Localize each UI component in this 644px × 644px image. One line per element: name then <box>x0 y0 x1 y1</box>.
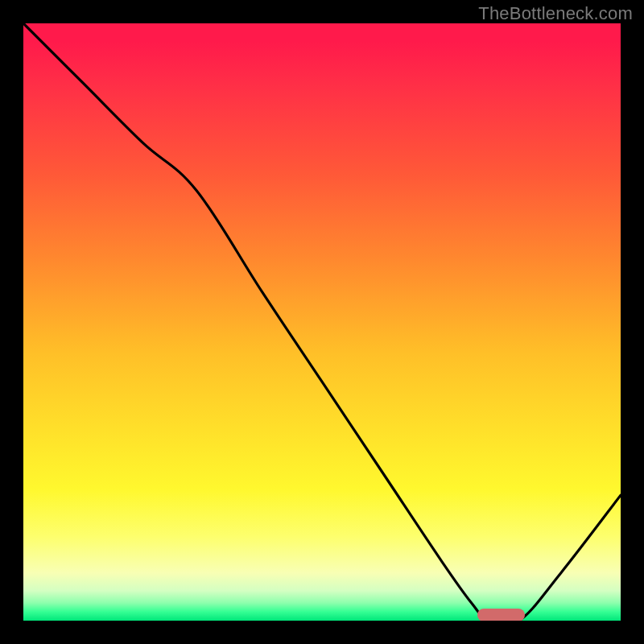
watermark-text: TheBottleneck.com <box>478 3 633 24</box>
bottleneck-curve <box>23 23 621 621</box>
chart-frame: TheBottleneck.com <box>0 0 644 644</box>
curve-layer <box>23 23 621 621</box>
optimal-marker <box>477 609 525 621</box>
plot-area <box>23 23 621 621</box>
